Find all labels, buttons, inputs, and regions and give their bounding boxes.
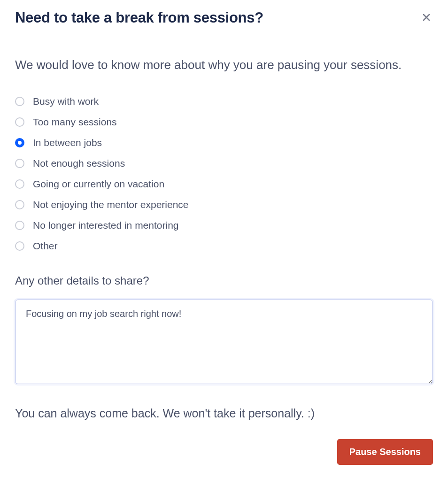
radio-option-in-between-jobs[interactable]: In between jobs xyxy=(15,137,433,148)
radio-option-other[interactable]: Other xyxy=(15,240,433,252)
radio-option-vacation[interactable]: Going or currently on vacation xyxy=(15,178,433,190)
close-button[interactable] xyxy=(420,11,433,25)
radio-label: Not enjoying the mentor experience xyxy=(33,199,189,210)
radio-label: In between jobs xyxy=(33,137,102,148)
radio-icon xyxy=(15,221,24,230)
footer-note: You can always come back. We won't take … xyxy=(15,407,433,420)
radio-icon xyxy=(15,241,24,251)
radio-icon xyxy=(15,200,24,209)
details-textarea[interactable]: Focusing on my job search right now! xyxy=(15,300,433,384)
close-icon xyxy=(422,13,431,23)
radio-label: Too many sessions xyxy=(33,116,117,128)
radio-label: Busy with work xyxy=(33,96,99,107)
radio-label: Other xyxy=(33,240,58,252)
radio-label: No longer interested in mentoring xyxy=(33,220,179,231)
modal-subtitle: We would love to know more about why you… xyxy=(15,56,433,74)
details-label: Any other details to share? xyxy=(15,274,433,287)
modal-title: Need to take a break from sessions? xyxy=(15,9,263,26)
radio-icon xyxy=(15,97,24,106)
pause-reason-radio-group: Busy with work Too many sessions In betw… xyxy=(15,96,433,252)
radio-icon xyxy=(15,138,24,147)
radio-icon xyxy=(15,159,24,168)
radio-icon xyxy=(15,179,24,189)
radio-label: Not enough sessions xyxy=(33,158,125,169)
radio-icon xyxy=(15,117,24,127)
pause-sessions-button[interactable]: Pause Sessions xyxy=(337,439,433,465)
radio-option-busy-with-work[interactable]: Busy with work xyxy=(15,96,433,107)
radio-label: Going or currently on vacation xyxy=(33,178,164,190)
radio-option-too-many-sessions[interactable]: Too many sessions xyxy=(15,116,433,128)
radio-option-no-longer-interested[interactable]: No longer interested in mentoring xyxy=(15,220,433,231)
radio-option-not-enjoying[interactable]: Not enjoying the mentor experience xyxy=(15,199,433,210)
radio-option-not-enough-sessions[interactable]: Not enough sessions xyxy=(15,158,433,169)
